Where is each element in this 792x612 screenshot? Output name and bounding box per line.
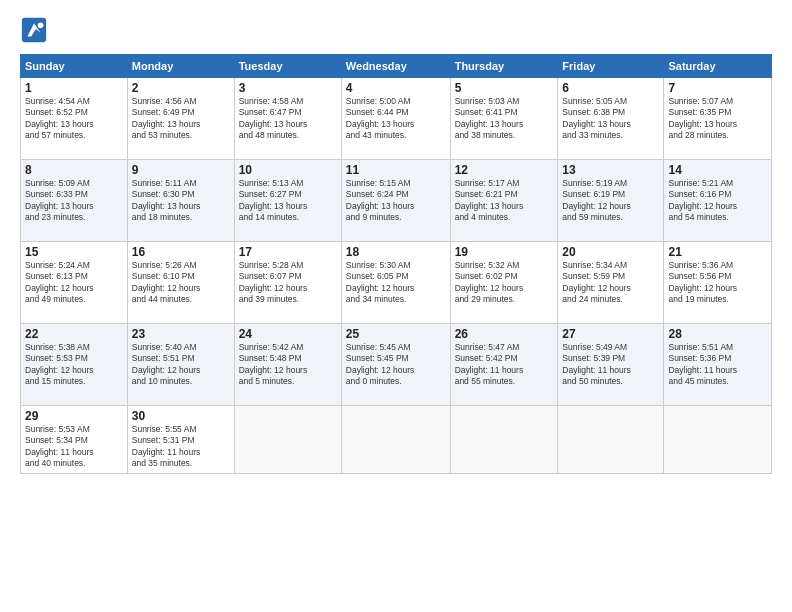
svg-point-2 bbox=[38, 23, 44, 29]
day-number: 4 bbox=[346, 81, 446, 95]
day-info: Sunrise: 5:03 AMSunset: 6:41 PMDaylight:… bbox=[455, 96, 554, 142]
day-number: 16 bbox=[132, 245, 230, 259]
day-info: Sunrise: 4:58 AMSunset: 6:47 PMDaylight:… bbox=[239, 96, 337, 142]
day-info: Sunrise: 5:45 AMSunset: 5:45 PMDaylight:… bbox=[346, 342, 446, 388]
calendar-cell: 6Sunrise: 5:05 AMSunset: 6:38 PMDaylight… bbox=[558, 78, 664, 160]
col-tuesday: Tuesday bbox=[234, 55, 341, 78]
calendar-cell: 9Sunrise: 5:11 AMSunset: 6:30 PMDaylight… bbox=[127, 160, 234, 242]
day-number: 8 bbox=[25, 163, 123, 177]
day-info: Sunrise: 5:49 AMSunset: 5:39 PMDaylight:… bbox=[562, 342, 659, 388]
day-info: Sunrise: 5:38 AMSunset: 5:53 PMDaylight:… bbox=[25, 342, 123, 388]
day-number: 26 bbox=[455, 327, 554, 341]
calendar-cell: 10Sunrise: 5:13 AMSunset: 6:27 PMDayligh… bbox=[234, 160, 341, 242]
day-number: 23 bbox=[132, 327, 230, 341]
calendar-cell: 2Sunrise: 4:56 AMSunset: 6:49 PMDaylight… bbox=[127, 78, 234, 160]
col-thursday: Thursday bbox=[450, 55, 558, 78]
calendar-cell: 23Sunrise: 5:40 AMSunset: 5:51 PMDayligh… bbox=[127, 324, 234, 406]
page: Sunday Monday Tuesday Wednesday Thursday… bbox=[0, 0, 792, 612]
day-number: 27 bbox=[562, 327, 659, 341]
day-number: 15 bbox=[25, 245, 123, 259]
day-number: 30 bbox=[132, 409, 230, 423]
day-number: 29 bbox=[25, 409, 123, 423]
day-info: Sunrise: 5:09 AMSunset: 6:33 PMDaylight:… bbox=[25, 178, 123, 224]
day-number: 24 bbox=[239, 327, 337, 341]
calendar-cell: 12Sunrise: 5:17 AMSunset: 6:21 PMDayligh… bbox=[450, 160, 558, 242]
day-number: 14 bbox=[668, 163, 767, 177]
day-info: Sunrise: 5:47 AMSunset: 5:42 PMDaylight:… bbox=[455, 342, 554, 388]
day-info: Sunrise: 5:51 AMSunset: 5:36 PMDaylight:… bbox=[668, 342, 767, 388]
calendar-table: Sunday Monday Tuesday Wednesday Thursday… bbox=[20, 54, 772, 474]
day-number: 5 bbox=[455, 81, 554, 95]
day-number: 10 bbox=[239, 163, 337, 177]
day-number: 3 bbox=[239, 81, 337, 95]
calendar-cell bbox=[450, 406, 558, 474]
day-info: Sunrise: 5:30 AMSunset: 6:05 PMDaylight:… bbox=[346, 260, 446, 306]
calendar-cell: 17Sunrise: 5:28 AMSunset: 6:07 PMDayligh… bbox=[234, 242, 341, 324]
day-number: 9 bbox=[132, 163, 230, 177]
calendar-cell: 14Sunrise: 5:21 AMSunset: 6:16 PMDayligh… bbox=[664, 160, 772, 242]
day-info: Sunrise: 5:13 AMSunset: 6:27 PMDaylight:… bbox=[239, 178, 337, 224]
day-info: Sunrise: 5:19 AMSunset: 6:19 PMDaylight:… bbox=[562, 178, 659, 224]
day-info: Sunrise: 4:54 AMSunset: 6:52 PMDaylight:… bbox=[25, 96, 123, 142]
day-number: 6 bbox=[562, 81, 659, 95]
logo-icon bbox=[20, 16, 48, 44]
col-saturday: Saturday bbox=[664, 55, 772, 78]
day-number: 11 bbox=[346, 163, 446, 177]
calendar-cell: 24Sunrise: 5:42 AMSunset: 5:48 PMDayligh… bbox=[234, 324, 341, 406]
calendar-cell bbox=[558, 406, 664, 474]
day-number: 17 bbox=[239, 245, 337, 259]
day-number: 2 bbox=[132, 81, 230, 95]
day-info: Sunrise: 5:53 AMSunset: 5:34 PMDaylight:… bbox=[25, 424, 123, 470]
calendar-cell: 15Sunrise: 5:24 AMSunset: 6:13 PMDayligh… bbox=[21, 242, 128, 324]
day-number: 12 bbox=[455, 163, 554, 177]
calendar-cell: 13Sunrise: 5:19 AMSunset: 6:19 PMDayligh… bbox=[558, 160, 664, 242]
day-info: Sunrise: 5:15 AMSunset: 6:24 PMDaylight:… bbox=[346, 178, 446, 224]
calendar-cell: 8Sunrise: 5:09 AMSunset: 6:33 PMDaylight… bbox=[21, 160, 128, 242]
calendar-cell: 25Sunrise: 5:45 AMSunset: 5:45 PMDayligh… bbox=[341, 324, 450, 406]
day-number: 22 bbox=[25, 327, 123, 341]
calendar-header-row: Sunday Monday Tuesday Wednesday Thursday… bbox=[21, 55, 772, 78]
calendar-cell: 19Sunrise: 5:32 AMSunset: 6:02 PMDayligh… bbox=[450, 242, 558, 324]
day-info: Sunrise: 5:05 AMSunset: 6:38 PMDaylight:… bbox=[562, 96, 659, 142]
col-friday: Friday bbox=[558, 55, 664, 78]
calendar-cell: 7Sunrise: 5:07 AMSunset: 6:35 PMDaylight… bbox=[664, 78, 772, 160]
col-monday: Monday bbox=[127, 55, 234, 78]
calendar-cell: 18Sunrise: 5:30 AMSunset: 6:05 PMDayligh… bbox=[341, 242, 450, 324]
day-info: Sunrise: 5:11 AMSunset: 6:30 PMDaylight:… bbox=[132, 178, 230, 224]
header bbox=[20, 16, 772, 44]
day-info: Sunrise: 5:34 AMSunset: 5:59 PMDaylight:… bbox=[562, 260, 659, 306]
day-info: Sunrise: 5:55 AMSunset: 5:31 PMDaylight:… bbox=[132, 424, 230, 470]
day-number: 7 bbox=[668, 81, 767, 95]
day-info: Sunrise: 5:00 AMSunset: 6:44 PMDaylight:… bbox=[346, 96, 446, 142]
day-info: Sunrise: 5:32 AMSunset: 6:02 PMDaylight:… bbox=[455, 260, 554, 306]
calendar-cell: 28Sunrise: 5:51 AMSunset: 5:36 PMDayligh… bbox=[664, 324, 772, 406]
day-number: 13 bbox=[562, 163, 659, 177]
calendar-cell: 5Sunrise: 5:03 AMSunset: 6:41 PMDaylight… bbox=[450, 78, 558, 160]
day-number: 18 bbox=[346, 245, 446, 259]
logo bbox=[20, 16, 50, 44]
calendar-cell: 4Sunrise: 5:00 AMSunset: 6:44 PMDaylight… bbox=[341, 78, 450, 160]
day-number: 1 bbox=[25, 81, 123, 95]
calendar-cell bbox=[341, 406, 450, 474]
day-info: Sunrise: 5:40 AMSunset: 5:51 PMDaylight:… bbox=[132, 342, 230, 388]
day-info: Sunrise: 5:07 AMSunset: 6:35 PMDaylight:… bbox=[668, 96, 767, 142]
calendar-cell: 16Sunrise: 5:26 AMSunset: 6:10 PMDayligh… bbox=[127, 242, 234, 324]
calendar-cell: 22Sunrise: 5:38 AMSunset: 5:53 PMDayligh… bbox=[21, 324, 128, 406]
calendar-cell: 21Sunrise: 5:36 AMSunset: 5:56 PMDayligh… bbox=[664, 242, 772, 324]
calendar-cell: 11Sunrise: 5:15 AMSunset: 6:24 PMDayligh… bbox=[341, 160, 450, 242]
day-info: Sunrise: 5:26 AMSunset: 6:10 PMDaylight:… bbox=[132, 260, 230, 306]
col-wednesday: Wednesday bbox=[341, 55, 450, 78]
calendar-cell bbox=[664, 406, 772, 474]
calendar-cell: 27Sunrise: 5:49 AMSunset: 5:39 PMDayligh… bbox=[558, 324, 664, 406]
calendar-cell bbox=[234, 406, 341, 474]
day-info: Sunrise: 5:17 AMSunset: 6:21 PMDaylight:… bbox=[455, 178, 554, 224]
calendar-cell: 30Sunrise: 5:55 AMSunset: 5:31 PMDayligh… bbox=[127, 406, 234, 474]
day-number: 19 bbox=[455, 245, 554, 259]
day-info: Sunrise: 5:36 AMSunset: 5:56 PMDaylight:… bbox=[668, 260, 767, 306]
day-info: Sunrise: 4:56 AMSunset: 6:49 PMDaylight:… bbox=[132, 96, 230, 142]
calendar-cell: 29Sunrise: 5:53 AMSunset: 5:34 PMDayligh… bbox=[21, 406, 128, 474]
day-number: 28 bbox=[668, 327, 767, 341]
calendar-cell: 26Sunrise: 5:47 AMSunset: 5:42 PMDayligh… bbox=[450, 324, 558, 406]
calendar-cell: 3Sunrise: 4:58 AMSunset: 6:47 PMDaylight… bbox=[234, 78, 341, 160]
day-info: Sunrise: 5:28 AMSunset: 6:07 PMDaylight:… bbox=[239, 260, 337, 306]
